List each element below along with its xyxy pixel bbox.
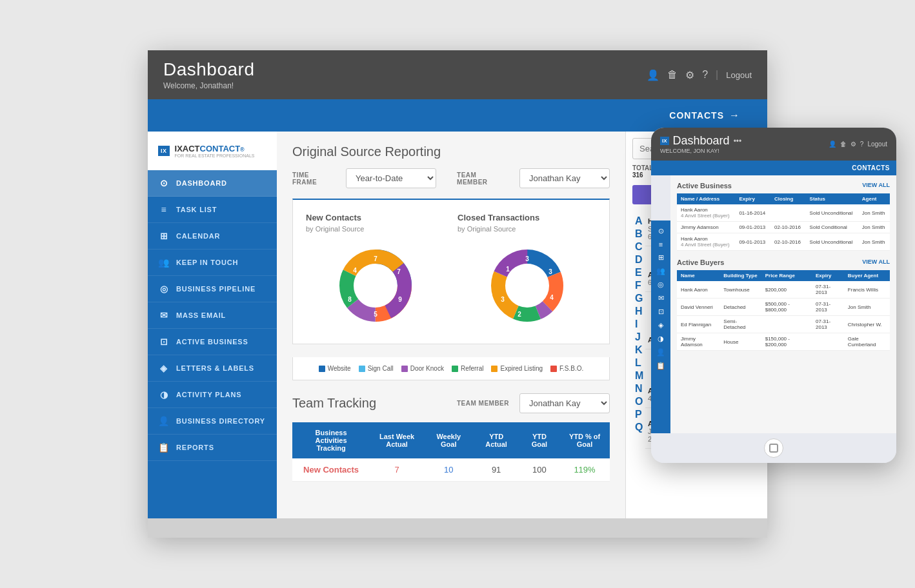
tablet-active-buyers-view-all[interactable]: VIEW ALL bbox=[862, 259, 890, 266]
ytd-pct: 119% bbox=[559, 458, 610, 482]
alpha-d[interactable]: D bbox=[632, 253, 645, 266]
tablet-active-buyers-header: Active Buyers VIEW ALL bbox=[677, 259, 890, 266]
alpha-a[interactable]: A bbox=[632, 215, 645, 228]
tablet-nav-business[interactable]: ⊡ bbox=[658, 308, 664, 316]
tablet-nav-email[interactable]: ✉ bbox=[658, 294, 664, 302]
tablet-content: Active Business VIEW ALL Name / Address … bbox=[670, 175, 896, 433]
sidebar-label-activity-plans: ACTIVITY PLANS bbox=[176, 391, 241, 398]
svg-text:7: 7 bbox=[397, 268, 401, 275]
sidebar-item-letters-labels[interactable]: ◈ LETTERS & LABELS bbox=[148, 355, 277, 382]
alpha-q[interactable]: Q bbox=[632, 421, 645, 434]
tablet-nav-reports[interactable]: 📋 bbox=[656, 362, 665, 370]
tab-col-agent: Agent bbox=[858, 193, 890, 204]
sidebar-item-calendar[interactable]: ⊞ CALENDAR bbox=[148, 223, 277, 250]
trash-icon[interactable]: 🗑 bbox=[667, 69, 678, 81]
tablet-nav-calendar[interactable]: ⊞ bbox=[658, 253, 664, 262]
tablet-user-icon[interactable]: 👤 bbox=[829, 141, 836, 148]
tracking-team-member-select[interactable]: Jonathan Kay bbox=[519, 393, 610, 413]
tablet-trash-icon[interactable]: 🗑 bbox=[840, 141, 847, 148]
charts-area: New Contacts by Original Source bbox=[292, 199, 610, 344]
tablet-contacts-bar: CONTACTS bbox=[651, 161, 896, 175]
legend-referral-label: Referral bbox=[461, 365, 484, 372]
sidebar-item-active-business[interactable]: ⊡ ACTIVE BUSINESS bbox=[148, 329, 277, 355]
chart1-subtitle: by Original Source bbox=[306, 225, 365, 233]
tablet-help-icon[interactable]: ? bbox=[860, 141, 864, 148]
contacts-arrow: → bbox=[729, 110, 740, 121]
tablet-nav-activity[interactable]: ◑ bbox=[658, 335, 664, 343]
alpha-f[interactable]: F bbox=[632, 279, 645, 292]
alpha-n[interactable]: N bbox=[632, 382, 645, 395]
tablet-nav-dashboard[interactable]: ⊙ bbox=[658, 227, 664, 235]
alpha-p[interactable]: P bbox=[632, 408, 645, 421]
col-ytd-goal: YTD Goal bbox=[519, 422, 559, 458]
tablet-header: IX Dashboard ••• WELCOME, JON KAY! 👤 🗑 ⚙… bbox=[651, 128, 896, 161]
sidebar-label-mass-email: MASS EMAIL bbox=[176, 311, 226, 319]
sidebar-label-dashboard: DASHBOARD bbox=[176, 179, 227, 187]
alpha-e[interactable]: E bbox=[632, 266, 645, 279]
table-row: Hank Aaron4 Anvil Street (Buyer) 01-16-2… bbox=[677, 204, 890, 222]
buyer-row2-type: Detached bbox=[719, 299, 761, 316]
tablet-sidebar: ⊙ ≡ ⊞ 👥 ◎ ✉ ⊡ ◈ ◑ 👤 📋 bbox=[651, 220, 670, 433]
table-row: David Venneri Detached $500,000 - $800,0… bbox=[677, 299, 890, 316]
home-button[interactable] bbox=[764, 438, 783, 458]
tablet-active-buyers-title: Active Buyers bbox=[677, 259, 724, 266]
tablet-active-business-view-all[interactable]: VIEW ALL bbox=[862, 182, 890, 190]
chart2-subtitle: by Original Source bbox=[458, 225, 516, 233]
business-pipeline-icon: ◎ bbox=[158, 284, 170, 294]
tablet-nav-contacts[interactable]: 👥 bbox=[656, 267, 665, 275]
table-row: New Contacts 7 10 91 100 119% bbox=[292, 458, 610, 482]
help-icon[interactable]: ? bbox=[702, 69, 708, 81]
sidebar-item-keep-in-touch[interactable]: 👥 KEEP IN TOUCH bbox=[148, 250, 277, 276]
time-frame-select[interactable]: Year-to-Date bbox=[346, 168, 436, 188]
sidebar-item-business-directory[interactable]: 👤 BUSINESS DIRECTORY bbox=[148, 408, 277, 435]
tab-row1-name: Hank Aaron4 Anvil Street (Buyer) bbox=[677, 204, 735, 222]
alpha-j[interactable]: J bbox=[632, 331, 645, 344]
buyer-row4-type: House bbox=[719, 333, 761, 351]
tablet-contacts-button[interactable]: CONTACTS bbox=[852, 164, 890, 172]
sidebar-item-task-list[interactable]: ≡ TASK LIST bbox=[148, 197, 277, 223]
tablet-logo-row: IX Dashboard ••• bbox=[660, 134, 741, 148]
alpha-c[interactable]: C bbox=[632, 240, 645, 253]
tablet-menu-dots[interactable]: ••• bbox=[734, 137, 742, 146]
legend-referral: Referral bbox=[452, 365, 484, 372]
time-frame-label: TIME FRAME bbox=[292, 172, 336, 186]
sidebar-item-mass-email[interactable]: ✉ MASS EMAIL bbox=[148, 302, 277, 329]
buyer-row4-expiry bbox=[812, 333, 844, 351]
settings-icon[interactable]: ⚙ bbox=[685, 69, 694, 81]
team-member-select[interactable]: Jonathan Kay bbox=[519, 168, 610, 188]
sidebar-item-activity-plans[interactable]: ◑ ACTIVITY PLANS bbox=[148, 382, 277, 408]
contacts-button[interactable]: CONTACTS → bbox=[658, 104, 752, 126]
sidebar-label-reports: REPORTS bbox=[176, 444, 214, 451]
alpha-i[interactable]: I bbox=[632, 318, 645, 331]
tablet-logout[interactable]: Logout bbox=[867, 141, 887, 148]
alpha-b[interactable]: B bbox=[632, 228, 645, 240]
calendar-icon: ⊞ bbox=[158, 231, 170, 241]
tablet-nav-pipeline[interactable]: ◎ bbox=[658, 280, 664, 289]
alpha-g[interactable]: G bbox=[632, 292, 645, 305]
tablet-nav-directory[interactable]: 👤 bbox=[656, 348, 665, 357]
alpha-m[interactable]: M bbox=[632, 369, 645, 382]
tab-buyer-col-agent: Buyer Agent bbox=[844, 270, 890, 281]
buyer-row4-name: Jimmy Adamson bbox=[677, 333, 719, 351]
logo-contact: CONTACT bbox=[200, 144, 241, 153]
reports-icon: 📋 bbox=[158, 442, 170, 453]
alpha-l[interactable]: L bbox=[632, 357, 645, 369]
alpha-k[interactable]: K bbox=[632, 344, 645, 357]
alpha-o[interactable]: O bbox=[632, 395, 645, 408]
buyer-row3-expiry: 07-31-2013 bbox=[812, 316, 844, 333]
chart1-title: New Contacts bbox=[306, 213, 361, 222]
svg-text:2: 2 bbox=[518, 311, 521, 318]
tablet-main: Active Business VIEW ALL Name / Address … bbox=[670, 175, 896, 433]
user-icon[interactable]: 👤 bbox=[647, 69, 659, 81]
logout-button[interactable]: Logout bbox=[726, 70, 752, 80]
alpha-h[interactable]: H bbox=[632, 305, 645, 318]
svg-text:7: 7 bbox=[374, 255, 377, 262]
sidebar-item-reports[interactable]: 📋 REPORTS bbox=[148, 435, 277, 461]
sidebar-item-business-pipeline[interactable]: ◎ BUSINESS PIPELINE bbox=[148, 276, 277, 302]
tablet-nav-tasks[interactable]: ≡ bbox=[659, 240, 663, 248]
tablet-nav-letters[interactable]: ◈ bbox=[658, 321, 663, 329]
buyer-row2-price: $500,000 - $800,000 bbox=[761, 299, 812, 316]
tablet-active-business-header: Active Business VIEW ALL bbox=[677, 182, 890, 190]
sidebar-item-dashboard[interactable]: ⊙ DASHBOARD bbox=[148, 170, 277, 197]
tablet-settings-icon[interactable]: ⚙ bbox=[850, 141, 856, 148]
